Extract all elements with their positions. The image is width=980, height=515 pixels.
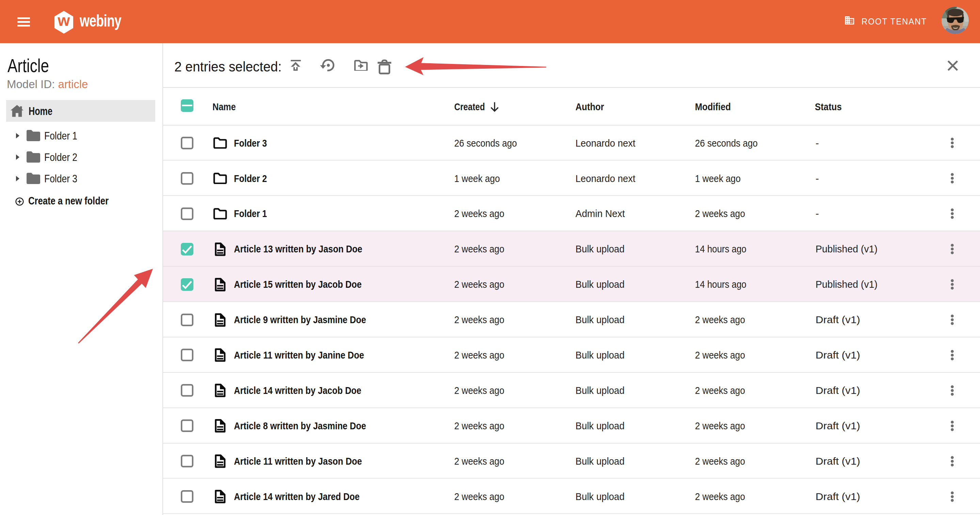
svg-text:w: w bbox=[57, 11, 70, 29]
